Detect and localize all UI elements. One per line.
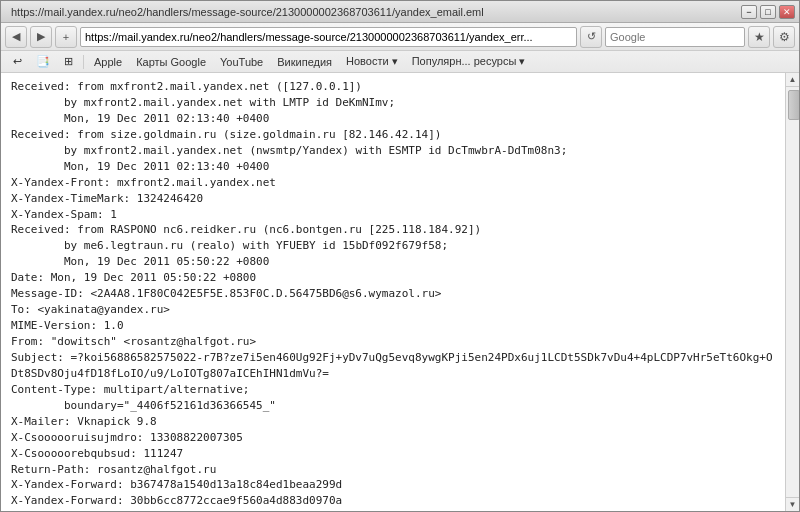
forward-button[interactable]: ▶ bbox=[30, 26, 52, 48]
title-bar-url: https://mail.yandex.ru/neo2/handlers/mes… bbox=[5, 6, 741, 18]
browser-window: https://mail.yandex.ru/neo2/handlers/mes… bbox=[0, 0, 800, 512]
minimize-button[interactable]: − bbox=[741, 5, 757, 19]
bookmarks-bar: ↩ 📑 ⊞ Apple Карты Google YouTube Википед… bbox=[1, 51, 799, 73]
scroll-thumb[interactable] bbox=[788, 90, 799, 120]
bookmark-youtube[interactable]: YouTube bbox=[214, 55, 269, 69]
scroll-track[interactable] bbox=[786, 87, 799, 497]
bookmark-google-maps[interactable]: Карты Google bbox=[130, 55, 212, 69]
bookmark-back-icon[interactable]: ↩ bbox=[7, 54, 28, 69]
address-input[interactable] bbox=[80, 27, 577, 47]
pages-icon: 📑 bbox=[36, 55, 50, 68]
bookmark-news-label: Новости ▾ bbox=[346, 55, 398, 68]
bookmark-wikipedia-label: Википедия bbox=[277, 56, 332, 68]
maximize-button[interactable]: □ bbox=[760, 5, 776, 19]
bookmark-wikipedia[interactable]: Википедия bbox=[271, 55, 338, 69]
bookmark-grid-icon[interactable]: ⊞ bbox=[58, 54, 79, 69]
search-input[interactable] bbox=[605, 27, 745, 47]
add-tab-button[interactable]: + bbox=[55, 26, 77, 48]
bookmark-apple-label: Apple bbox=[94, 56, 122, 68]
scrollbar-vertical[interactable]: ▲ ▼ bbox=[785, 73, 799, 511]
bookmark-google-maps-label: Карты Google bbox=[136, 56, 206, 68]
back-arrow-icon: ↩ bbox=[13, 55, 22, 68]
refresh-button[interactable]: ↺ bbox=[580, 26, 602, 48]
back-button[interactable]: ◀ bbox=[5, 26, 27, 48]
grid-icon: ⊞ bbox=[64, 55, 73, 68]
bookmark-pages-icon[interactable]: 📑 bbox=[30, 54, 56, 69]
title-bar: https://mail.yandex.ru/neo2/handlers/mes… bbox=[1, 1, 799, 23]
bookmark-news[interactable]: Новости ▾ bbox=[340, 54, 404, 69]
window-controls: − □ ✕ bbox=[741, 5, 795, 19]
settings-icon[interactable]: ⚙ bbox=[773, 26, 795, 48]
bookmark-apple[interactable]: Apple bbox=[88, 55, 128, 69]
nav-toolbar: ◀ ▶ + ↺ ★ ⚙ bbox=[1, 23, 799, 51]
scroll-up-arrow[interactable]: ▲ bbox=[786, 73, 799, 87]
bookmark-youtube-label: YouTube bbox=[220, 56, 263, 68]
address-bar-container: ↺ bbox=[80, 26, 602, 48]
email-source-text: Received: from mxfront2.mail.yandex.net … bbox=[11, 79, 775, 511]
content-area: Received: from mxfront2.mail.yandex.net … bbox=[1, 73, 799, 511]
bookmark-popular-label: Популярн... ресурсы ▾ bbox=[412, 55, 526, 68]
scroll-down-arrow[interactable]: ▼ bbox=[786, 497, 799, 511]
email-source-content: Received: from mxfront2.mail.yandex.net … bbox=[1, 73, 785, 511]
bookmark-separator bbox=[83, 55, 84, 69]
close-button[interactable]: ✕ bbox=[779, 5, 795, 19]
bookmark-star-icon[interactable]: ★ bbox=[748, 26, 770, 48]
bookmark-popular[interactable]: Популярн... ресурсы ▾ bbox=[406, 54, 532, 69]
